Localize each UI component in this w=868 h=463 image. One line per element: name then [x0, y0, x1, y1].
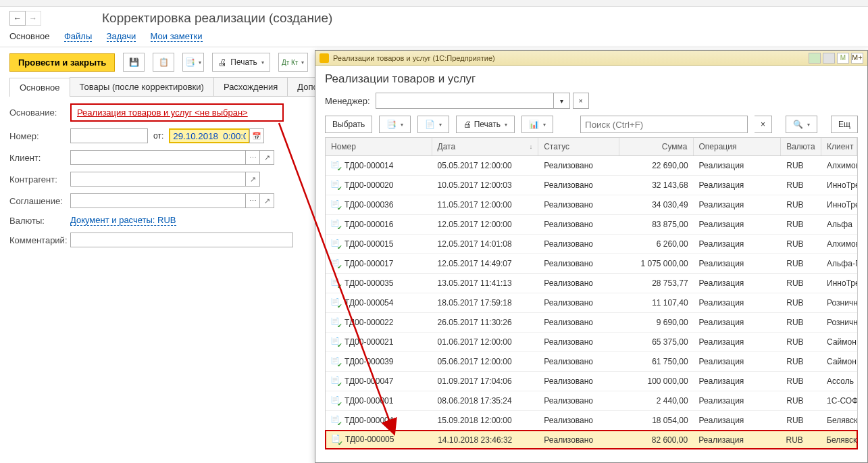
table-row[interactable]: ТД00-00001512.05.2017 14:01:08Реализован…	[326, 235, 857, 254]
sort-asc-icon: ↓	[530, 143, 533, 150]
save-button[interactable]: 💾	[123, 53, 145, 72]
link-notes[interactable]: Мои заметки	[151, 31, 203, 42]
link-files[interactable]: Файлы	[64, 31, 92, 42]
table-row[interactable]: ТД00-00000108.06.2018 17:35:24Реализован…	[326, 391, 857, 411]
tab-main[interactable]: Основное	[9, 78, 70, 97]
table-row[interactable]: ТД00-00003513.05.2017 11:41:13Реализован…	[326, 274, 857, 293]
document-posted-icon	[331, 416, 340, 425]
from-label: от:	[153, 131, 163, 141]
nav-back-button[interactable]: ←	[9, 11, 26, 26]
table-row[interactable]: ТД00-00000514.10.2018 23:46:32Реализован…	[325, 430, 858, 449]
create-based-on-button[interactable]: 📑	[182, 53, 204, 72]
col-number[interactable]: Номер	[326, 138, 432, 155]
post-icon: 📋	[159, 57, 169, 67]
document-posted-icon	[331, 239, 340, 249]
table-row[interactable]: ТД00-00003905.06.2017 12:00:00Реализован…	[326, 352, 857, 372]
popup-title: Реализации товаров и услуг	[325, 72, 858, 86]
comment-label: Комментарий:	[9, 235, 70, 245]
client-lookup-button[interactable]: ⋯	[245, 150, 260, 165]
save-icon: 💾	[129, 57, 139, 67]
post-and-close-button[interactable]: Провести и закрыть	[9, 53, 115, 72]
document-posted-icon	[331, 376, 340, 386]
table-row[interactable]: ТД00-00002226.05.2017 11:30:26Реализован…	[326, 313, 857, 333]
client-open-button[interactable]: ↗	[259, 150, 274, 165]
tab-goods[interactable]: Товары (после корректировки)	[70, 77, 214, 96]
date-picker-button[interactable]: 📅	[249, 128, 264, 143]
agreement-lookup-button[interactable]: ⋯	[245, 193, 260, 208]
open-icon: ↗	[264, 153, 270, 162]
find-button[interactable]: 🔍	[786, 116, 817, 133]
reports-button[interactable]: 📊	[521, 116, 553, 133]
currency-link[interactable]: Документ и расчеты: RUB	[70, 215, 176, 226]
manager-input[interactable]	[376, 93, 554, 109]
select-button[interactable]: Выбрать	[325, 116, 372, 133]
report-icon: 📊	[529, 120, 539, 129]
popup-titlebar[interactable]: Реализации товаров и услуг (1С:Предприят…	[315, 51, 867, 66]
table-body: ТД00-00001405.05.2017 12:00:00Реализован…	[326, 156, 857, 449]
date-input[interactable]	[169, 128, 250, 143]
search-input[interactable]	[580, 116, 748, 133]
print-button[interactable]: Печать	[212, 53, 270, 72]
agreement-input[interactable]	[70, 193, 246, 208]
currency-label: Валюты:	[9, 216, 70, 226]
search-clear-button[interactable]: ×	[755, 116, 772, 133]
calendar-icon: 📅	[252, 132, 261, 141]
number-input[interactable]	[70, 128, 148, 143]
search-icon: 🔍	[793, 120, 803, 129]
manager-clear-button[interactable]: ×	[573, 93, 589, 109]
col-date[interactable]: Дата↓	[432, 138, 539, 155]
more-button[interactable]: Ещ	[831, 116, 858, 133]
col-status[interactable]: Статус	[538, 138, 619, 155]
table-header: Номер Дата↓ Статус Сумма Операция Валюта…	[326, 138, 857, 156]
create-based-on-button[interactable]: 📑	[379, 116, 411, 133]
page-title: Корректировка реализации (создание)	[102, 11, 332, 26]
table-row[interactable]: ТД00-00005418.05.2017 17:59:18Реализован…	[326, 293, 857, 313]
table-row[interactable]: ТД00-00002010.05.2017 12:00:03Реализован…	[326, 176, 857, 195]
document-posted-icon	[331, 278, 340, 288]
manager-dropdown-button[interactable]: ▾	[554, 93, 570, 109]
col-sum[interactable]: Сумма	[619, 138, 694, 155]
m-button[interactable]: M	[837, 53, 849, 64]
table-row[interactable]: ТД00-00004701.09.2017 17:04:06Реализован…	[326, 372, 857, 391]
calendar-icon[interactable]	[809, 53, 821, 64]
table-row[interactable]: ТД00-00002101.06.2017 12:00:00Реализован…	[326, 333, 857, 352]
document-posted-icon	[331, 337, 340, 347]
basis-link[interactable]: Реализация товаров и услуг <не выбран>	[77, 107, 248, 118]
table-row[interactable]: ТД00-00001612.05.2017 12:00:00Реализован…	[326, 215, 857, 235]
lookup-icon: ⋯	[249, 153, 257, 162]
table-row[interactable]: ТД00-00001405.05.2017 12:00:00Реализован…	[326, 156, 857, 176]
client-input[interactable]	[70, 150, 246, 165]
dt-kt-icon: Дт Кт	[282, 59, 299, 66]
nav-forward-button[interactable]: →	[25, 11, 41, 26]
document-plus-icon: 📑	[386, 120, 397, 129]
print-button[interactable]: 🖨 Печать	[456, 116, 515, 133]
link-main[interactable]: Основное	[9, 31, 50, 41]
manager-label: Менеджер:	[325, 96, 370, 106]
selection-popup: Реализации товаров и услуг (1С:Предприят…	[315, 50, 868, 463]
popup-window-title: Реализации товаров и услуг (1С:Предприят…	[333, 54, 495, 62]
table-row[interactable]: ТД00-00000415.09.2018 12:00:00Реализован…	[326, 411, 857, 431]
printer-icon: 🖨	[463, 120, 471, 129]
client-label: Клиент:	[9, 153, 70, 163]
col-operation[interactable]: Операция	[694, 138, 782, 155]
dt-kt-button[interactable]: Дт Кт	[278, 53, 308, 72]
table-row[interactable]: ТД00-00003611.05.2017 12:00:00Реализован…	[326, 195, 857, 215]
document-posted-icon	[331, 396, 340, 406]
col-client[interactable]: Клиент	[821, 138, 857, 155]
m-plus-button[interactable]: M+	[851, 53, 863, 64]
top-strip	[0, 0, 868, 7]
grid-icon[interactable]	[823, 53, 835, 64]
document-posted-icon	[331, 161, 340, 170]
contragent-input[interactable]	[70, 172, 246, 187]
contragent-open-button[interactable]: ↗	[245, 172, 260, 187]
tab-diff[interactable]: Расхождения	[213, 77, 288, 96]
link-tasks[interactable]: Задачи	[107, 31, 136, 42]
agreement-open-button[interactable]: ↗	[259, 193, 274, 208]
document-posted-icon	[331, 259, 340, 268]
col-currency[interactable]: Валюта	[781, 138, 821, 155]
table-row[interactable]: ТД00-00001712.05.2017 14:49:07Реализован…	[326, 254, 857, 274]
set-status-button[interactable]: 📄	[417, 116, 449, 133]
post-button[interactable]: 📋	[153, 53, 174, 72]
flag-icon: 📄	[425, 120, 435, 129]
comment-input[interactable]	[70, 233, 293, 247]
